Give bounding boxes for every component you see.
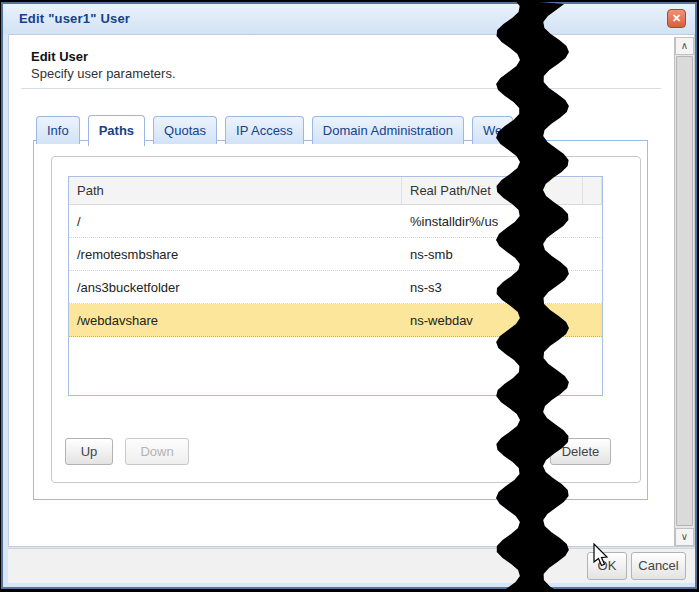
page-subtitle: Specify user parameters. bbox=[31, 66, 176, 81]
cell-path: / bbox=[69, 205, 402, 237]
cancel-button[interactable]: Cancel bbox=[631, 552, 686, 580]
tab-info[interactable]: Info bbox=[36, 116, 80, 144]
table-row-selected[interactable]: /webdavshare ns-webdav bbox=[69, 304, 602, 337]
tab-web[interactable]: We bbox=[472, 116, 513, 144]
edit-user-dialog: Edit "user1" User ✕ Edit User Specify us… bbox=[1, 2, 697, 589]
cell-real-path: ns-webdav bbox=[402, 304, 583, 336]
cell-spacer bbox=[583, 205, 602, 237]
ok-button[interactable]: OK bbox=[587, 552, 627, 580]
cell-real-path: ns-s3 bbox=[402, 271, 583, 303]
cell-spacer bbox=[583, 304, 602, 336]
cell-spacer bbox=[583, 238, 602, 270]
cell-path: /ans3bucketfolder bbox=[69, 271, 402, 303]
dialog-titlebar[interactable]: Edit "user1" User bbox=[3, 4, 695, 34]
scroll-up-icon[interactable]: ∧ bbox=[675, 37, 694, 55]
vertical-scrollbar[interactable]: ∧ ∨ bbox=[674, 37, 694, 546]
column-header-real-path[interactable]: Real Path/Net bbox=[402, 177, 583, 204]
tab-domain-administration[interactable]: Domain Administration bbox=[312, 116, 464, 144]
tab-ip-access[interactable]: IP Access bbox=[225, 116, 304, 144]
tab-paths[interactable]: Paths bbox=[88, 115, 145, 146]
cell-real-path: %installdir%/us bbox=[402, 205, 583, 237]
paths-table: Path Real Path/Net / %installdir%/us /re… bbox=[68, 176, 603, 396]
dialog-title: Edit "user1" User bbox=[19, 11, 130, 26]
table-header-row: Path Real Path/Net bbox=[69, 177, 602, 205]
table-row[interactable]: /remotesmbshare ns-smb bbox=[69, 238, 602, 271]
cell-path: /webdavshare bbox=[69, 304, 402, 336]
screenshot-stage: Edit "user1" User ✕ Edit User Specify us… bbox=[0, 0, 699, 592]
column-header-spacer bbox=[583, 177, 602, 204]
table-row[interactable]: / %installdir%/us bbox=[69, 205, 602, 238]
up-button[interactable]: Up bbox=[65, 438, 113, 465]
header-separator bbox=[21, 88, 661, 89]
cell-real-path: ns-smb bbox=[402, 238, 583, 270]
cell-path: /remotesmbshare bbox=[69, 238, 402, 270]
cell-spacer bbox=[583, 271, 602, 303]
scrollbar-thumb[interactable] bbox=[676, 56, 693, 526]
tab-bar: Info Paths Quotas IP Access Domain Admin… bbox=[36, 113, 513, 144]
tab-quotas[interactable]: Quotas bbox=[153, 116, 217, 144]
scroll-down-icon[interactable]: ∨ bbox=[675, 528, 694, 546]
close-icon[interactable]: ✕ bbox=[667, 9, 686, 28]
down-button[interactable]: Down bbox=[125, 438, 189, 465]
table-row[interactable]: /ans3bucketfolder ns-s3 bbox=[69, 271, 602, 304]
page-title: Edit User bbox=[31, 49, 88, 64]
column-header-path[interactable]: Path bbox=[69, 177, 402, 204]
delete-button[interactable]: Delete bbox=[550, 438, 611, 465]
